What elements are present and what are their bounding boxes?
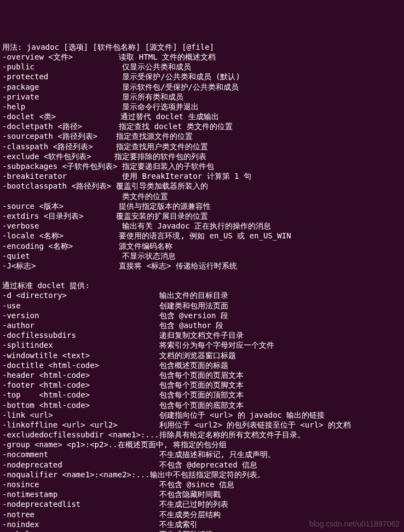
terminal-output: 用法: javadoc [选项] [软件包名称] [源文件] [@file] -…	[2, 42, 402, 532]
watermark: blog.csdn.net/u011897062	[309, 519, 400, 529]
